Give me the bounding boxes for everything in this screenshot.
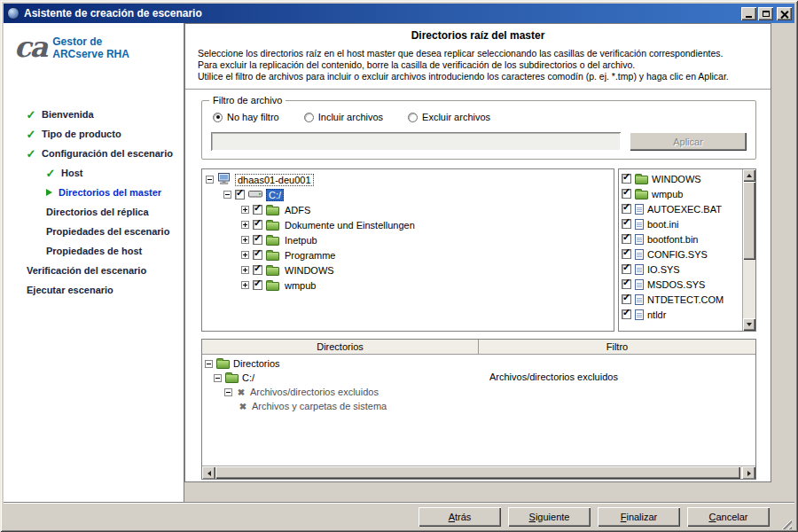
checkbox-checked-icon[interactable] [253, 265, 262, 275]
tree-node-drive-c[interactable]: C:/ [206, 187, 614, 202]
arrow-down-icon [747, 323, 752, 329]
sidebar-step-verificacion[interactable]: Verificación del escenario [14, 261, 184, 280]
sidebar-step-propiedades-host[interactable]: Propiedades de host [14, 241, 184, 261]
file-row[interactable]: ntldr [622, 307, 742, 322]
directory-panes: dhaas01-deu001 C:/ ADFS [201, 168, 756, 332]
checkbox-checked-icon[interactable] [622, 294, 631, 304]
tree-node-folder-adfs[interactable]: ADFS [206, 202, 614, 217]
close-button[interactable] [777, 7, 792, 20]
file-row[interactable]: wmpub [622, 186, 742, 201]
filter-pattern-input[interactable] [211, 132, 621, 151]
scroll-left-button[interactable] [202, 466, 215, 480]
tree-node-folder-inetpub[interactable]: Inetpub [206, 232, 614, 247]
checkbox-checked-icon[interactable] [253, 205, 262, 215]
expand-icon[interactable] [241, 236, 249, 244]
file-label: MSDOS.SYS [647, 279, 705, 290]
tree-node-host[interactable]: dhaas01-deu001 [206, 172, 614, 187]
collapse-icon[interactable] [214, 374, 222, 382]
resize-grip[interactable] [780, 518, 792, 529]
checkbox-checked-icon[interactable] [253, 280, 262, 290]
sidebar-step-bienvenida[interactable]: Bienvenida [14, 105, 184, 124]
next-button[interactable]: Siguiente [508, 507, 591, 527]
expand-icon[interactable] [241, 251, 249, 259]
file-row[interactable]: NTDETECT.COM [622, 292, 742, 307]
checkbox-checked-icon[interactable] [622, 219, 631, 229]
page-header: Directorios raíz del master Seleccione l… [185, 24, 771, 90]
file-row[interactable]: WINDOWS [622, 171, 742, 186]
radio-include-files[interactable]: Incluir archivos [304, 112, 383, 122]
sidebar-step-directorios-replica[interactable]: Directorios del réplica [14, 202, 184, 222]
tree-node-folder-programme[interactable]: Programme [206, 247, 614, 262]
tree-node-folder-windows[interactable]: WINDOWS [206, 262, 614, 278]
checkbox-checked-icon[interactable] [622, 204, 631, 214]
file-row[interactable]: bootfont.bin [622, 231, 742, 246]
checkbox-checked-icon[interactable] [622, 279, 631, 289]
scrollbar-thumb[interactable] [215, 466, 740, 479]
file-row[interactable]: boot.ini [622, 216, 742, 231]
scroll-down-button[interactable] [743, 318, 755, 331]
checkbox-checked-icon[interactable] [622, 309, 631, 319]
checkbox-checked-icon[interactable] [622, 174, 631, 184]
radio-exclude-files[interactable]: Excluir archivos [408, 112, 490, 122]
column-header-directorios[interactable]: Directorios [202, 340, 479, 354]
radio-selected-icon [213, 113, 223, 122]
back-button[interactable]: Atrás [419, 507, 501, 527]
next-button-label: Siguiente [529, 512, 570, 522]
checkbox-checked-icon[interactable] [253, 250, 262, 260]
file-label: ntldr [647, 309, 666, 320]
sidebar-step-directorios-master[interactable]: Directorios del master [14, 183, 184, 202]
summary-row-label: C:/ [242, 372, 254, 383]
brand-text: Gestor de ARCserve RHA [52, 32, 129, 60]
tree-node-folder-dokumente[interactable]: Dokumente und Einstellungen [206, 217, 614, 232]
app-icon[interactable] [7, 7, 20, 20]
collapse-icon[interactable] [206, 176, 214, 184]
minimize-button[interactable] [741, 7, 756, 20]
file-row[interactable]: MSDOS.SYS [622, 277, 742, 292]
scrollbar-thumb[interactable] [743, 182, 755, 260]
checkbox-checked-icon[interactable] [622, 234, 631, 244]
scroll-up-button[interactable] [743, 169, 755, 182]
checkbox-checked-icon[interactable] [622, 264, 631, 274]
collapse-icon[interactable] [224, 388, 232, 396]
sidebar-step-ejecutar[interactable]: Ejecutar escenario [14, 280, 184, 300]
radio-no-filter[interactable]: No hay filtro [213, 112, 279, 122]
page-description-line3: Utilice el filtro de archivos para inclu… [198, 71, 758, 82]
arrow-up-icon [747, 171, 752, 177]
file-row[interactable]: CONFIG.SYS [622, 246, 742, 262]
scrollbar-track[interactable] [215, 466, 742, 479]
file-row[interactable]: AUTOEXEC.BAT [622, 201, 742, 216]
expand-icon[interactable] [241, 281, 249, 289]
sidebar-step-tipo-de-producto[interactable]: Tipo de producto [14, 124, 184, 144]
summary-row-drive-c[interactable]: C:/ Archivos/directorios excluidos [202, 371, 755, 385]
file-row[interactable]: IO.SYS [622, 262, 742, 277]
excluded-x-icon [236, 387, 246, 397]
checkbox-checked-icon[interactable] [235, 190, 245, 200]
tree-node-folder-wmpub[interactable]: wmpub [206, 278, 614, 293]
files-vertical-scrollbar[interactable] [742, 169, 755, 331]
checkbox-checked-icon[interactable] [622, 189, 631, 199]
scrollbar-track[interactable] [743, 182, 755, 318]
expand-icon[interactable] [241, 221, 249, 229]
summary-row-excluded[interactable]: Archivos/directorios excluidos [202, 385, 755, 399]
apply-button[interactable]: Aplicar [630, 132, 747, 151]
checkbox-checked-icon[interactable] [253, 235, 262, 245]
expand-icon[interactable] [241, 206, 249, 214]
summary-row-directorios[interactable]: Directorios [202, 356, 755, 371]
sidebar-step-propiedades-escenario[interactable]: Propiedades del escenario [14, 222, 184, 241]
folder-icon [266, 282, 279, 291]
checkbox-checked-icon[interactable] [622, 249, 631, 259]
sidebar-step-host[interactable]: Host [14, 163, 184, 183]
finish-button[interactable]: Finalizar [598, 507, 680, 527]
sidebar-step-configuracion[interactable]: Configuración del escenario [14, 144, 184, 163]
collapse-icon[interactable] [205, 360, 213, 368]
expand-icon[interactable] [241, 266, 249, 274]
checkbox-checked-icon[interactable] [253, 220, 262, 230]
summary-horizontal-scrollbar[interactable] [202, 466, 755, 479]
scroll-right-button[interactable] [742, 466, 755, 480]
footer: Atrás Siguiente Finalizar Cancelar [4, 502, 794, 528]
column-header-filtro[interactable]: Filtro [479, 340, 755, 354]
cancel-button[interactable]: Cancelar [687, 507, 770, 527]
summary-row-system-files[interactable]: Archivos y carpetas de sistema [202, 399, 755, 413]
maximize-button[interactable] [758, 7, 773, 20]
collapse-icon[interactable] [223, 191, 231, 199]
